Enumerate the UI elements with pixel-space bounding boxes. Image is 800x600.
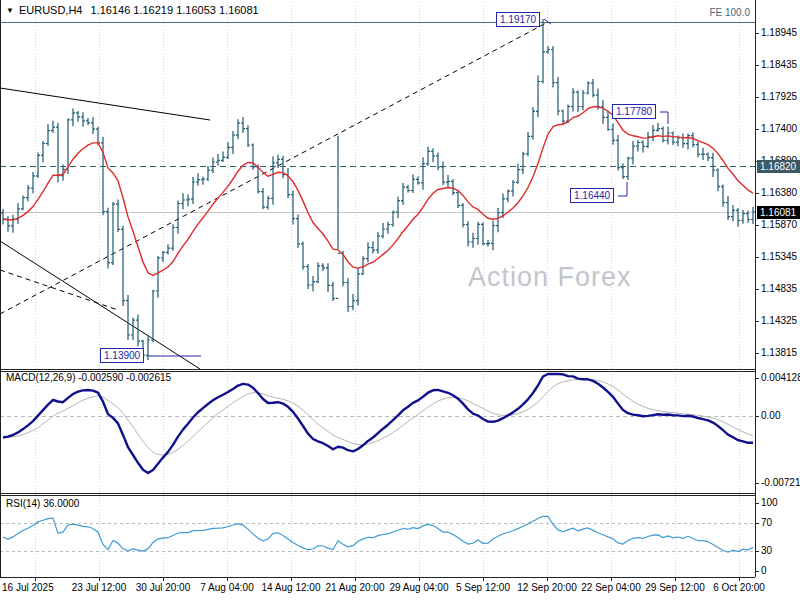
macd-indicator-label: MACD(12,26,9) -0.002590 -0.002615: [6, 372, 171, 383]
ohlc-values: 1.16146 1.16219 1.16053 1.16081: [91, 4, 259, 16]
panel-borders: [0, 0, 756, 578]
macd-main-line: [3, 374, 753, 473]
gridlines: [36, 2, 740, 577]
axis-ticks: [36, 34, 760, 582]
chart-title: ▼EURUSD,H41.16146 1.16219 1.16053 1.1608…: [6, 4, 259, 16]
rsi-line: [3, 516, 753, 552]
macd-signal-line: [3, 380, 753, 456]
rsi-value: 36.0000: [43, 498, 79, 509]
macd-values: -0.002590 -0.002615: [78, 372, 171, 383]
fibonacci-extension-label: FE 100.0: [650, 7, 750, 18]
symbol-period-label: EURUSD,H4: [19, 4, 83, 16]
symbol-dropdown-icon[interactable]: ▼: [6, 6, 14, 15]
rsi-indicator-label: RSI(14) 36.0000: [6, 498, 79, 509]
chart-canvas[interactable]: [0, 0, 800, 600]
chart-window: Action Forex ▼EURUSD,H41.16146 1.16219 1…: [0, 0, 800, 600]
trendlines[interactable]: [0, 22, 548, 369]
